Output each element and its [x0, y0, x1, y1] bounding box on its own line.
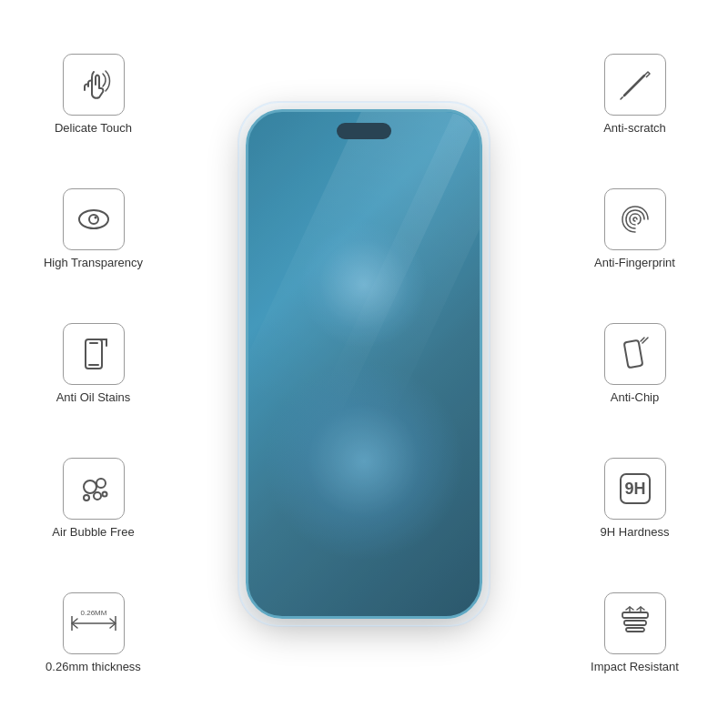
thickness-icon-box: 0.26MM — [63, 592, 125, 654]
air-bubble-icon-box — [63, 458, 125, 520]
feature-thickness: 0.26MM 0.26mm thickness — [9, 592, 177, 675]
phone-stain-icon — [74, 334, 114, 374]
bubbles-icon — [74, 469, 114, 509]
9h-icon: 9H — [615, 469, 655, 509]
anti-chip-label: Anti-Chip — [611, 390, 659, 406]
thickness-label: 0.26mm thickness — [46, 660, 141, 675]
impact-icon — [615, 603, 655, 643]
svg-rect-21 — [624, 621, 646, 625]
circle-reflection-large — [264, 361, 464, 561]
feature-anti-chip: Anti-Chip — [551, 323, 719, 406]
svg-point-10 — [102, 491, 106, 496]
svg-line-16 — [621, 92, 628, 99]
svg-rect-22 — [626, 628, 644, 632]
svg-point-9 — [84, 495, 89, 500]
phone-wrapper — [246, 109, 482, 619]
product-page: Delicate Touch High Transparency — [0, 0, 728, 728]
9h-hardness-icon-box: 9H — [604, 458, 666, 520]
svg-point-6 — [84, 480, 96, 493]
features-right: Anti-scratch Anti-Fingerprint — [551, 0, 719, 728]
delicate-touch-icon-box — [63, 54, 125, 116]
phone-body — [246, 109, 482, 619]
scratch-icon — [615, 65, 655, 105]
features-left: Delicate Touch High Transparency — [9, 0, 177, 728]
svg-point-8 — [94, 492, 101, 500]
delicate-touch-label: Delicate Touch — [55, 121, 132, 136]
thickness-icon: 0.26MM — [65, 603, 123, 643]
impact-resistant-label: Impact Resistant — [591, 660, 679, 675]
circle-reflection-small — [300, 221, 428, 349]
feature-air-bubble: Air Bubble Free — [9, 458, 177, 541]
feature-anti-fingerprint: Anti-Fingerprint — [551, 188, 719, 271]
9h-hardness-label: 9H Hardness — [601, 525, 670, 541]
air-bubble-label: Air Bubble Free — [52, 525, 134, 541]
svg-text:9H: 9H — [624, 480, 645, 498]
side-button-right — [480, 203, 482, 258]
anti-chip-icon-box — [604, 323, 666, 385]
phone-notch — [337, 123, 391, 139]
anti-oil-icon-box — [63, 323, 125, 385]
phone-screen — [248, 112, 480, 616]
high-transparency-label: High Transparency — [44, 256, 143, 271]
feature-9h-hardness: 9H 9H Hardness — [551, 458, 719, 541]
svg-text:0.26MM: 0.26MM — [80, 609, 106, 617]
svg-rect-17 — [623, 339, 642, 367]
feature-anti-oil: Anti Oil Stains — [9, 323, 177, 406]
feature-impact-resistant: Impact Resistant — [551, 592, 719, 675]
feature-high-transparency: High Transparency — [9, 188, 177, 271]
svg-point-7 — [96, 479, 106, 488]
fingerprint-icon — [615, 199, 655, 239]
svg-point-0 — [79, 210, 108, 228]
chip-icon — [615, 334, 655, 374]
impact-resistant-icon-box — [604, 592, 666, 654]
feature-anti-scratch: Anti-scratch — [551, 54, 719, 136]
touch-icon — [74, 65, 114, 105]
svg-rect-20 — [622, 612, 648, 618]
side-button-left-3 — [246, 271, 248, 312]
anti-scratch-label: Anti-scratch — [603, 121, 666, 136]
anti-oil-label: Anti Oil Stains — [56, 390, 131, 406]
anti-fingerprint-label: Anti-Fingerprint — [594, 256, 675, 271]
svg-point-2 — [94, 216, 96, 218]
side-button-left-2 — [246, 221, 248, 262]
svg-point-1 — [89, 215, 98, 224]
anti-scratch-icon-box — [604, 54, 666, 116]
side-button-left-1 — [246, 185, 248, 212]
anti-fingerprint-icon-box — [604, 188, 666, 250]
high-transparency-icon-box — [63, 188, 125, 250]
feature-delicate-touch: Delicate Touch — [9, 54, 177, 136]
eye-icon — [74, 199, 114, 239]
